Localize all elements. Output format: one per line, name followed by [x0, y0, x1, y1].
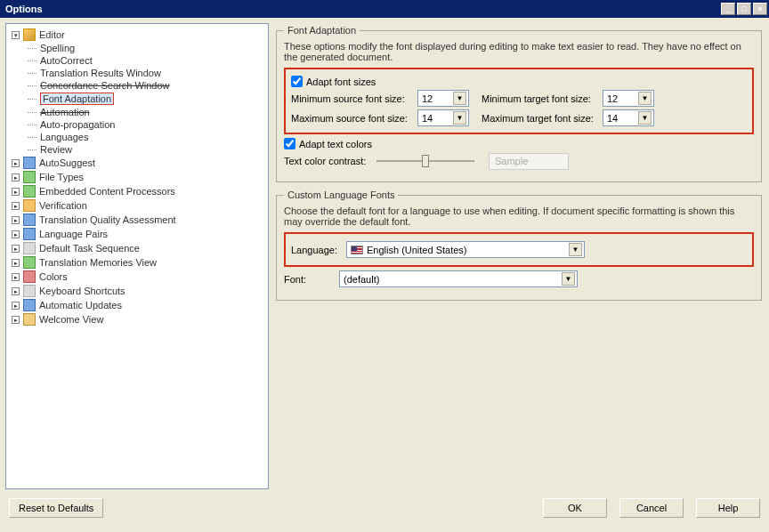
language-combo[interactable]: English (United States) ▼	[346, 241, 585, 258]
folder-icon	[23, 185, 36, 197]
adapt-colors-checkbox[interactable]: Adapt text colors	[284, 138, 754, 149]
chevron-down-icon[interactable]: ▼	[453, 111, 466, 125]
tree-keyshort[interactable]: Keyboard Shortcuts	[8, 284, 266, 298]
tree-label: Embedded Content Processors	[39, 186, 175, 197]
expander-icon[interactable]	[12, 230, 20, 238]
tree-label: File Types	[39, 172, 84, 182]
tree-languages[interactable]: Languages	[8, 131, 266, 143]
adapt-colors-input[interactable]	[284, 138, 295, 149]
cancel-button[interactable]: Cancel	[619, 498, 684, 518]
pairs-icon	[23, 228, 36, 240]
expander-icon[interactable]	[12, 31, 20, 39]
window-buttons: _ □ ×	[719, 3, 767, 15]
expander-icon[interactable]	[12, 302, 20, 310]
tree-ecp[interactable]: Embedded Content Processors	[8, 184, 266, 198]
highlighted-sizes-block: Adapt font sizes Minimum source font siz…	[284, 68, 754, 134]
chevron-down-icon[interactable]: ▼	[638, 92, 652, 105]
group-description: These options modify the font displayed …	[284, 41, 754, 62]
update-icon	[23, 299, 36, 311]
maximize-button[interactable]: □	[737, 3, 751, 15]
nav-tree[interactable]: Editor Spelling AutoCorrect Translation …	[5, 23, 269, 489]
expander-icon[interactable]	[12, 287, 20, 295]
combo-value: (default)	[344, 274, 379, 285]
font-combo[interactable]: (default) ▼	[339, 270, 578, 287]
tree-welcome[interactable]: Welcome View	[8, 312, 266, 326]
min-source-combo[interactable]: 12▼	[417, 90, 469, 107]
chevron-down-icon[interactable]: ▼	[569, 243, 582, 256]
expander-icon[interactable]	[12, 159, 20, 167]
custom-language-fonts-group: Custom Language Fonts Choose the default…	[276, 189, 762, 301]
tree-label: Translation Memories View	[39, 257, 157, 268]
expander-icon[interactable]	[12, 202, 20, 210]
tree-tqa[interactable]: Translation Quality Assessment	[8, 213, 266, 227]
colors-icon	[23, 270, 36, 283]
group-legend: Custom Language Fonts	[284, 189, 398, 200]
max-target-label: Maximum target font size:	[482, 113, 595, 124]
tree-autosuggest[interactable]: AutoSuggest	[8, 156, 266, 170]
contrast-label: Text color contrast:	[284, 156, 369, 166]
tree-label: Translation Quality Assessment	[39, 214, 176, 225]
combo-value: English (United States)	[367, 245, 467, 255]
bottom-bar: Reset to Defaults OK Cancel Help	[0, 495, 769, 525]
expander-icon[interactable]	[12, 316, 20, 324]
expander-icon[interactable]	[12, 188, 20, 196]
tree-verification[interactable]: Verification	[8, 198, 266, 213]
max-target-combo[interactable]: 14▼	[603, 109, 654, 126]
max-source-label: Maximum source font size:	[291, 113, 410, 124]
expander-icon[interactable]	[12, 216, 20, 224]
minimize-button[interactable]: _	[721, 3, 735, 15]
tree-label: Keyboard Shortcuts	[39, 286, 125, 296]
reset-defaults-button[interactable]: Reset to Defaults	[9, 498, 103, 518]
chevron-down-icon[interactable]: ▼	[453, 92, 466, 105]
max-source-combo[interactable]: 14▼	[417, 109, 469, 126]
slider-thumb[interactable]	[422, 155, 429, 167]
chevron-down-icon[interactable]: ▼	[638, 111, 652, 125]
tree-tmv[interactable]: Translation Memories View	[8, 255, 266, 270]
memory-icon	[23, 256, 36, 269]
group-description: Choose the default font for a language t…	[284, 206, 754, 227]
tree-spelling[interactable]: Spelling	[8, 42, 266, 54]
font-label: Font:	[284, 274, 339, 285]
home-icon	[23, 313, 36, 326]
tree-langpairs[interactable]: Language Pairs	[8, 227, 266, 241]
adapt-sizes-input[interactable]	[291, 76, 303, 87]
tree-filetypes[interactable]: File Types	[8, 170, 266, 184]
adapt-sizes-checkbox[interactable]: Adapt font sizes	[291, 76, 747, 87]
main-area: Editor Spelling AutoCorrect Translation …	[0, 18, 769, 495]
tree-label: AutoSuggest	[39, 157, 95, 168]
settings-panel: Font Adaptation These options modify the…	[274, 23, 764, 489]
tree-editor[interactable]: Editor	[8, 28, 266, 42]
tree-autoupd[interactable]: Automatic Updates	[8, 298, 266, 312]
tree-label: Spelling	[40, 43, 75, 53]
tree-label-selected: Font Adaptation	[40, 93, 114, 105]
tree-automation[interactable]: Automation	[8, 106, 266, 118]
tree-font-adaptation[interactable]: Font Adaptation	[8, 92, 266, 106]
tree-label: Default Task Sequence	[39, 243, 140, 254]
tree-label: Welcome View	[39, 314, 103, 325]
tree-review[interactable]: Review	[8, 143, 266, 156]
combo-value: 14	[607, 113, 618, 124]
tree-label: Automation	[40, 107, 90, 117]
expander-icon[interactable]	[12, 259, 20, 267]
expander-icon[interactable]	[12, 173, 20, 181]
tree-autocorrect[interactable]: AutoCorrect	[8, 54, 266, 67]
tree-concordance[interactable]: Concordance Search Window	[8, 79, 266, 92]
ok-button[interactable]: OK	[543, 498, 607, 518]
chevron-down-icon[interactable]: ▼	[562, 272, 575, 286]
check-icon	[23, 199, 36, 212]
checkbox-label: Adapt text colors	[299, 139, 372, 149]
tree-autopropagation[interactable]: Auto-propagation	[8, 118, 266, 131]
title-bar: Options _ □ ×	[0, 0, 769, 18]
tree-colors[interactable]: Colors	[8, 270, 266, 284]
tree-translation-results[interactable]: Translation Results Window	[8, 67, 266, 79]
tree-dts[interactable]: Default Task Sequence	[8, 241, 266, 255]
min-target-combo[interactable]: 12▼	[603, 90, 654, 107]
close-button[interactable]: ×	[753, 3, 767, 15]
group-legend: Font Adaptation	[284, 25, 360, 36]
contrast-slider[interactable]	[376, 152, 474, 170]
help-button[interactable]: Help	[696, 498, 760, 518]
flag-icon	[351, 246, 363, 254]
expander-icon[interactable]	[12, 273, 20, 281]
expander-icon[interactable]	[12, 245, 20, 253]
window-title: Options	[5, 4, 43, 14]
